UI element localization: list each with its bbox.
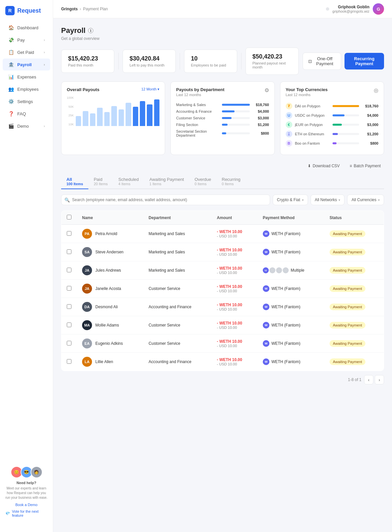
- tab-scheduled[interactable]: Scheduled 4 Items: [113, 174, 144, 189]
- row-checkbox-1[interactable]: [67, 249, 71, 254]
- next-page-button[interactable]: ›: [375, 375, 384, 384]
- download-csv-button[interactable]: ⬇ Download CSV: [304, 162, 343, 170]
- dept-name-1: Accounting & Finance: [176, 109, 219, 113]
- currencies-filter[interactable]: All Currencies ▾: [347, 195, 384, 205]
- tab-all[interactable]: All 100 Items: [61, 174, 88, 189]
- amount-cell-3: - WETH 10.00 - USD 10.00: [212, 280, 257, 298]
- sidebar-item-settings[interactable]: ⚙️ Settings: [3, 95, 50, 107]
- employees-table: Name Department Amount Payment Method St…: [61, 210, 384, 371]
- settings-nav-icon: ⚙️: [8, 98, 14, 104]
- sidebar-item-pay[interactable]: 💸 Pay ›: [3, 34, 50, 46]
- row-checkbox-4[interactable]: [67, 304, 71, 309]
- amount-primary-2: - WETH 10.00: [217, 266, 252, 271]
- dept-row-2: Customer Service $3,000: [176, 116, 269, 120]
- sidebar-item-payroll[interactable]: 🏦 Payroll ›: [3, 59, 50, 70]
- row-checkbox-6[interactable]: [67, 341, 71, 345]
- bar-8: [133, 107, 138, 126]
- payment-method-icon-1: W: [263, 249, 269, 255]
- prev-page-button[interactable]: ‹: [364, 375, 373, 384]
- crypto-fiat-filter[interactable]: Crypto & Fiat ▾: [273, 195, 308, 205]
- row-checkbox-cell-1: [61, 243, 77, 261]
- employee-cell-0: PA Petra Arnold: [82, 229, 138, 239]
- table-body: PA Petra Arnold Marketing and Sales - WE…: [61, 225, 384, 371]
- payment-method-icon-6: W: [263, 340, 269, 347]
- bar-group-9: [140, 101, 145, 126]
- nav-label-get-paid: Get Paid: [17, 50, 34, 55]
- page-info: 1-8 of 1: [348, 377, 361, 382]
- row-checkbox-5[interactable]: [67, 323, 71, 327]
- currency-amount-4: $800: [362, 141, 378, 145]
- user-avatar[interactable]: G: [373, 3, 384, 15]
- tab-label-all: All: [66, 177, 72, 182]
- currencies-settings-icon[interactable]: ◎: [374, 87, 378, 93]
- info-icon[interactable]: ℹ: [88, 28, 93, 33]
- batch-icon: ≡: [350, 164, 352, 168]
- amount-column-header: Amount: [212, 211, 257, 225]
- stat-divider-0: [118, 53, 119, 69]
- amount-primary-6: - WETH 10.00: [217, 339, 252, 344]
- row-checkbox-0[interactable]: [67, 231, 71, 236]
- amount-cell-4: - WETH 10.00 - USD 10.00: [212, 298, 257, 316]
- dept-bar-wrap-2: [222, 117, 249, 119]
- tab-awaiting[interactable]: Awaiting Payment 1 Items: [144, 174, 189, 189]
- method-label-6: WETH (Fantom): [271, 341, 300, 346]
- chart-period-selector[interactable]: 12 Month ▾: [141, 87, 159, 91]
- employee-cell-7: LA Lillie Allen: [82, 357, 138, 367]
- status-badge-1: Awaiting Payment: [330, 249, 365, 255]
- download-icon: ⬇: [308, 164, 311, 168]
- book-demo-link[interactable]: Book a Demo: [5, 503, 48, 507]
- currency-bar-wrap-1: [333, 114, 359, 116]
- currency-icon-1: U: [286, 112, 292, 119]
- nav-label-expenses: Expenses: [17, 74, 36, 79]
- dept-settings-icon[interactable]: ⚙: [264, 87, 269, 93]
- search-wrap: 🔍: [61, 195, 270, 205]
- expenses-nav-icon: 📊: [8, 74, 14, 80]
- bar-11: [154, 99, 159, 126]
- batch-payment-button[interactable]: ≡ Batch Payment: [346, 162, 384, 170]
- employee-cell-5: MA Mollie Adams: [82, 320, 138, 330]
- dept-amount-4: $800: [252, 131, 269, 135]
- search-icon: 🔍: [64, 198, 70, 202]
- row-checkbox-2[interactable]: [67, 268, 71, 272]
- networks-filter[interactable]: All Networks ▾: [311, 195, 345, 205]
- tab-label-overdue: Overdue: [195, 177, 211, 182]
- dept-bar-2: [222, 117, 232, 119]
- row-checkbox-7[interactable]: [67, 359, 71, 364]
- bar-group-2: [90, 113, 95, 126]
- tab-recurring[interactable]: Recurring 0 Items: [217, 174, 246, 189]
- employee-name-cell-7: LA Lillie Allen: [77, 353, 143, 371]
- bar-1: [83, 111, 88, 126]
- app-logo[interactable]: R Request: [0, 0, 53, 21]
- bar-9: [140, 101, 145, 126]
- notification-dot[interactable]: [326, 7, 329, 11]
- search-input[interactable]: [61, 195, 270, 205]
- department-cell-2: Marketing and Sales: [143, 261, 211, 280]
- one-off-payment-button[interactable]: ⊡ One-Off Payment: [303, 53, 341, 70]
- stat-divider-1: [180, 53, 180, 69]
- sidebar-item-demo[interactable]: 🎬 Demo ›: [3, 120, 50, 132]
- select-all-checkbox[interactable]: [67, 215, 71, 219]
- sidebar-item-expenses[interactable]: 📊 Expenses: [3, 71, 50, 83]
- vote-feature[interactable]: 💎 Vote for the next feature: [5, 507, 48, 520]
- pagination: 1-8 of 1 ‹ ›: [61, 375, 384, 384]
- sidebar-item-employees[interactable]: 👥 Employees: [3, 83, 50, 95]
- employee-avatar-5: MA: [82, 320, 92, 330]
- main-content: Gringots › Payment Plan Griphook Goblin …: [53, 0, 392, 532]
- dept-name-3: Filing Section: [176, 123, 219, 127]
- dept-row-1: Accounting & Finance $4,000: [176, 109, 269, 113]
- currency-amount-0: $18,760: [362, 104, 378, 108]
- recurring-payment-button[interactable]: Recurring Payment: [344, 53, 384, 69]
- sidebar-item-faq[interactable]: ❓ FAQ: [3, 108, 50, 120]
- sidebar-item-get-paid[interactable]: 📋 Get Paid ›: [3, 46, 50, 58]
- row-checkbox-3[interactable]: [67, 286, 71, 291]
- tab-overdue[interactable]: Overdue 0 Items: [189, 174, 217, 189]
- dashboard-nav-icon: 🏠: [8, 25, 14, 31]
- nav-label-settings: Settings: [17, 99, 33, 104]
- currency-name-0: DAI on Polygon: [295, 104, 330, 108]
- help-description: Meet our experts and learn how Request c…: [5, 486, 48, 500]
- payment-method-cell-inner-3: W WETH (Fantom): [263, 285, 319, 292]
- tab-paid[interactable]: Paid 20 Items: [88, 174, 113, 189]
- sidebar-item-dashboard[interactable]: 🏠 Dashboard: [3, 22, 50, 34]
- bar-group-6: [119, 109, 124, 126]
- employee-name-3: Janelle Acosta: [95, 286, 121, 291]
